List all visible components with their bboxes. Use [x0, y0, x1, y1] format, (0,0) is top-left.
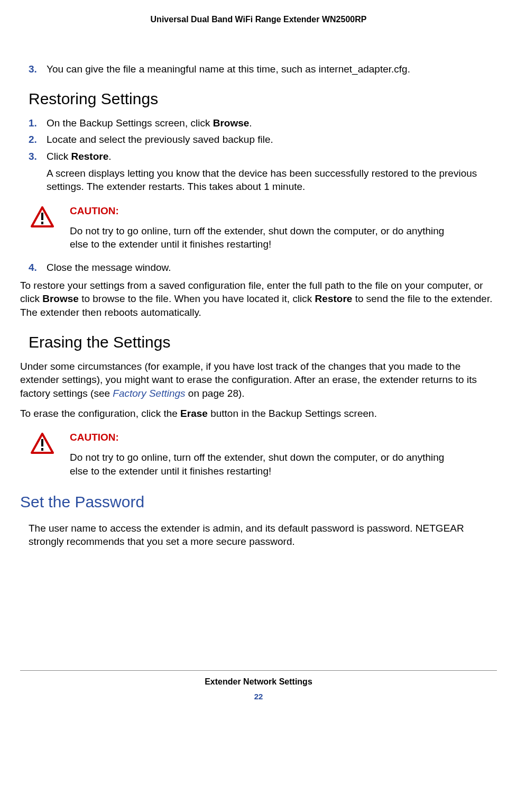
caution-body: Do not try to go online, turn off the ex…	[70, 224, 493, 251]
step-text: Close the message window.	[47, 262, 171, 273]
caution-label: CAUTION:	[70, 205, 493, 217]
erasing-paragraph-1: Under some circumstances (for example, i…	[20, 360, 493, 400]
text-run: .	[249, 117, 252, 129]
erasing-paragraph-2: To erase the configuration, click the Er…	[20, 407, 493, 421]
list-item: 2. Locate and select the previously save…	[29, 133, 493, 147]
caution-block: CAUTION: Do not try to go online, turn o…	[29, 432, 493, 478]
text-run: .	[108, 151, 111, 162]
text-run: Click	[47, 151, 71, 162]
text-run: To erase the configuration, click the	[20, 408, 180, 419]
restoring-paragraph: To restore your settings from a saved co…	[20, 279, 493, 320]
heading-erasing: Erasing the Settings	[29, 333, 493, 351]
bold-run: Restore	[71, 151, 108, 162]
step-number: 3.	[29, 62, 37, 76]
step-number: 2.	[29, 133, 37, 147]
list-item: 3. You can give the file a meaningful na…	[29, 62, 493, 76]
step-text: Locate and select the previously saved b…	[47, 134, 273, 145]
restoring-steps-continued: 4. Close the message window.	[29, 261, 493, 275]
step-followup: A screen displays letting you know that …	[47, 167, 493, 194]
password-paragraph: The user name to access the extender is …	[29, 522, 493, 549]
step-text: Click Restore.	[47, 151, 111, 162]
cross-reference-link[interactable]: Factory Settings	[113, 388, 185, 399]
caution-text: CAUTION: Do not try to go online, turn o…	[70, 205, 493, 251]
warning-icon	[31, 433, 54, 457]
running-header: Universal Dual Band WiFi Range Extender …	[20, 15, 497, 24]
step-text: You can give the file a meaningful name …	[47, 63, 410, 75]
caution-text: CAUTION: Do not try to go online, turn o…	[70, 432, 493, 478]
restoring-steps: 1. On the Backup Settings screen, click …	[29, 116, 493, 194]
bold-run: Browse	[42, 293, 79, 304]
svg-rect-2	[41, 222, 43, 224]
svg-rect-1	[41, 213, 43, 220]
text-run: button in the Backup Settings screen.	[208, 408, 377, 419]
caution-body: Do not try to go online, turn off the ex…	[70, 451, 493, 478]
svg-rect-5	[41, 448, 43, 451]
text-run: on page 28).	[186, 388, 245, 399]
step-number: 3.	[29, 150, 37, 163]
heading-set-password: Set the Password	[20, 493, 493, 511]
page-footer: Extender Network Settings 22	[20, 670, 497, 701]
text-run: Under some circumstances (for example, i…	[20, 361, 477, 399]
caution-block: CAUTION: Do not try to go online, turn o…	[29, 205, 493, 251]
step-number: 4.	[29, 261, 37, 275]
caution-label: CAUTION:	[70, 432, 493, 443]
text-run: On the Backup Settings screen, click	[47, 117, 213, 129]
text-run: to browse to the file. When you have loc…	[79, 293, 315, 304]
step-number: 1.	[29, 116, 37, 130]
warning-icon	[31, 206, 54, 230]
list-item: 3. Click Restore. A screen displays lett…	[29, 150, 493, 194]
bold-run: Restore	[315, 293, 353, 304]
list-item: 1. On the Backup Settings screen, click …	[29, 116, 493, 130]
bold-run: Erase	[180, 408, 208, 419]
footer-section-title: Extender Network Settings	[20, 677, 497, 687]
main-content: 3. You can give the file a meaningful na…	[20, 62, 497, 549]
heading-restoring: Restoring Settings	[29, 90, 493, 108]
list-item: 4. Close the message window.	[29, 261, 493, 275]
bold-run: Browse	[213, 117, 250, 129]
step-text: On the Backup Settings screen, click Bro…	[47, 117, 252, 129]
top-continued-list: 3. You can give the file a meaningful na…	[29, 62, 493, 76]
page-number: 22	[20, 692, 497, 701]
svg-rect-4	[41, 439, 43, 446]
